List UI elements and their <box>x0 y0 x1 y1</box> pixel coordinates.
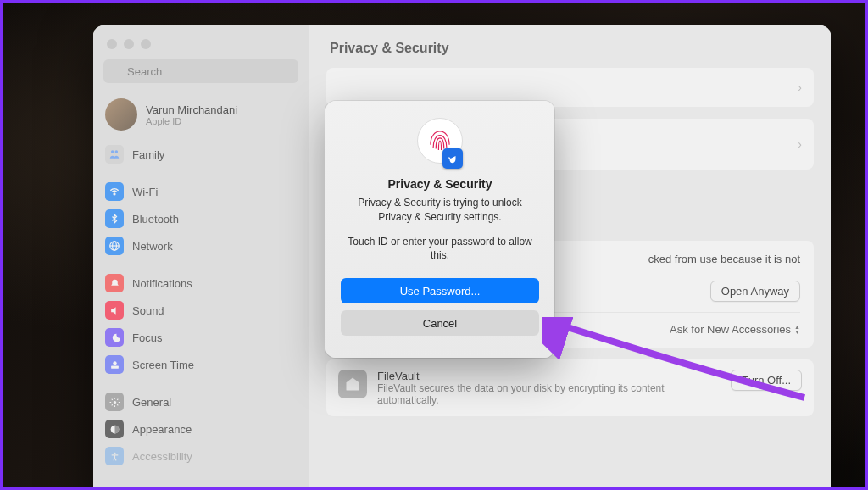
sidebar-item-label: Focus <box>132 331 162 344</box>
sidebar-item-label: Family <box>132 148 164 161</box>
notifications-icon <box>105 274 124 292</box>
open-anyway-button[interactable]: Open Anyway <box>710 281 800 302</box>
network-icon <box>105 237 124 255</box>
sidebar-item-family[interactable]: Family <box>93 141 309 168</box>
dialog-title: Privacy & Security <box>341 177 539 191</box>
sidebar-item-general[interactable]: General <box>93 388 309 415</box>
sidebar-item-screen-time[interactable]: Screen Time <box>93 351 309 378</box>
filevault-panel: FileVault FileVault secures the data on … <box>326 359 814 416</box>
sidebar-item-label: Appearance <box>132 423 192 436</box>
page-title: Privacy & Security <box>326 25 814 68</box>
sidebar-item-label: Accessibility <box>132 450 192 463</box>
svg-point-4 <box>114 193 115 195</box>
sound-icon <box>105 301 124 320</box>
filevault-icon <box>338 370 367 398</box>
sidebar-item-label: Notifications <box>132 277 192 290</box>
filevault-turnoff-button[interactable]: Turn Off... <box>731 370 802 391</box>
sidebar-item-accessibility[interactable]: Accessibility <box>93 443 309 470</box>
sidebar-item-label: Wi-Fi <box>132 186 158 198</box>
hand-badge-icon <box>442 148 463 169</box>
profile-sub: Apple ID <box>146 116 237 126</box>
auth-dialog: Privacy & Security Privacy & Security is… <box>326 101 554 358</box>
zoom-dot[interactable] <box>141 39 151 49</box>
svg-point-9 <box>113 361 116 365</box>
sidebar-item-label: Screen Time <box>132 359 194 371</box>
family-icon <box>105 145 124 164</box>
stepper-icon: ▲▼ <box>794 325 800 335</box>
filevault-title: FileVault <box>377 370 699 382</box>
close-dot[interactable] <box>107 39 117 49</box>
sidebar-item-label: Sound <box>132 304 164 317</box>
sidebar-item-network[interactable]: Network <box>93 232 309 259</box>
sidebar-item-bluetooth[interactable]: Bluetooth <box>93 205 309 232</box>
svg-point-2 <box>111 150 114 153</box>
sidebar-item-label: Network <box>132 240 173 253</box>
svg-point-3 <box>115 150 119 153</box>
sidebar: Varun Mirchandani Apple ID Family Wi-Fi <box>93 25 309 490</box>
cancel-button[interactable]: Cancel <box>341 310 539 336</box>
sidebar-item-sound[interactable]: Sound <box>93 297 309 324</box>
use-password-button[interactable]: Use Password... <box>341 278 539 303</box>
svg-rect-8 <box>111 365 119 368</box>
screen-time-icon <box>105 355 124 374</box>
bluetooth-icon <box>105 209 124 228</box>
apple-id-profile[interactable]: Varun Mirchandani Apple ID <box>93 93 309 141</box>
focus-icon <box>105 328 124 347</box>
blocked-message: cked from use because it is not <box>648 253 800 265</box>
dialog-message: Privacy & Security is trying to unlock P… <box>341 196 539 225</box>
search-input[interactable] <box>103 59 298 83</box>
accessories-select[interactable]: Ask for New Accessories ▲▼ <box>670 323 800 336</box>
filevault-desc: FileVault secures the data on your disk … <box>377 382 699 406</box>
appearance-icon <box>105 420 124 438</box>
sidebar-item-wifi[interactable]: Wi-Fi <box>93 178 309 205</box>
accessibility-icon <box>105 447 124 465</box>
wifi-icon <box>105 182 124 201</box>
dialog-sub: Touch ID or enter your password to allow… <box>341 235 539 264</box>
minimize-dot[interactable] <box>124 39 134 49</box>
chevron-right-icon: › <box>798 137 802 151</box>
profile-name: Varun Mirchandani <box>146 103 237 116</box>
chevron-right-icon: › <box>798 81 802 94</box>
sidebar-item-notifications[interactable]: Notifications <box>93 270 309 297</box>
sidebar-item-label: General <box>132 396 171 409</box>
sidebar-item-label: Bluetooth <box>132 213 179 226</box>
sidebar-item-focus[interactable]: Focus <box>93 324 309 351</box>
svg-point-12 <box>114 452 115 454</box>
sidebar-item-appearance[interactable]: Appearance <box>93 415 309 443</box>
window-controls[interactable] <box>93 34 309 59</box>
avatar <box>105 98 137 131</box>
general-icon <box>105 393 124 411</box>
svg-point-10 <box>113 400 115 403</box>
